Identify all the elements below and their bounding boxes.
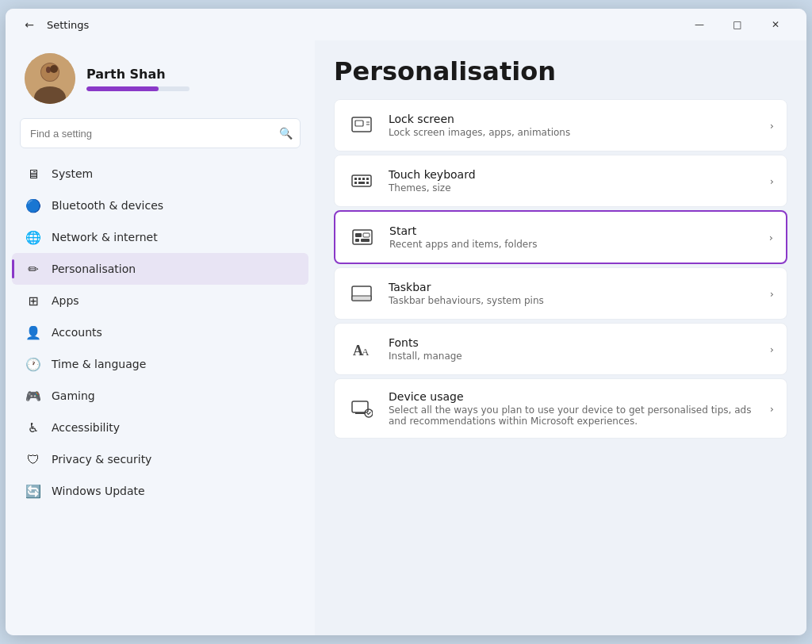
touch-keyboard-title: Touch keyboard: [389, 168, 757, 181]
sidebar-item-label: Gaming: [52, 389, 95, 402]
touch-keyboard-icon: [347, 167, 376, 195]
update-icon: 🔄: [25, 482, 42, 500]
maximize-button[interactable]: □: [719, 12, 756, 37]
sidebar-item-apps[interactable]: ⊞ Apps: [12, 285, 308, 316]
lock-screen-icon: [347, 111, 376, 140]
sidebar-item-time[interactable]: 🕐 Time & language: [12, 348, 308, 380]
taskbar-chevron: ›: [770, 288, 774, 300]
user-progress-bar: [86, 86, 190, 91]
svg-rect-17: [366, 182, 369, 184]
page-title: Personalisation: [334, 40, 787, 99]
sidebar-item-label: Windows Update: [52, 485, 145, 497]
svg-rect-22: [363, 233, 370, 237]
svg-rect-14: [366, 178, 369, 180]
svg-rect-21: [361, 239, 370, 242]
start-chevron: ›: [769, 232, 773, 243]
bluetooth-icon: 🔵: [25, 197, 42, 214]
svg-rect-29: [355, 412, 365, 414]
start-icon: [348, 223, 377, 251]
touch-keyboard-desc: Themes, size: [389, 182, 757, 194]
user-progress-fill: [86, 86, 159, 91]
setting-item-start[interactable]: Start Recent apps and items, folders ›: [334, 210, 787, 264]
sidebar-item-label: Accounts: [52, 326, 102, 339]
fonts-text: Fonts Install, manage: [389, 336, 757, 362]
privacy-icon: 🛡: [25, 450, 42, 468]
sidebar-item-personalisation[interactable]: ✏️ Personalisation: [12, 253, 308, 285]
sidebar-item-network[interactable]: 🌐 Network & internet: [12, 221, 308, 253]
setting-item-device-usage[interactable]: Device usage Select all the ways you pla…: [334, 378, 787, 439]
window-controls: — □ ✕: [681, 12, 794, 37]
svg-rect-20: [355, 239, 359, 242]
lock-screen-text: Lock screen Lock screen images, apps, an…: [389, 113, 757, 138]
personalisation-icon: ✏️: [25, 260, 42, 278]
search-input[interactable]: [20, 118, 301, 148]
device-usage-chevron: ›: [770, 403, 774, 415]
system-icon: 🖥: [25, 165, 42, 182]
setting-item-taskbar[interactable]: Taskbar Taskbar behaviours, system pins …: [334, 267, 787, 320]
svg-rect-13: [362, 178, 365, 180]
sidebar-item-label: Bluetooth & devices: [52, 199, 163, 212]
svg-rect-19: [355, 233, 362, 237]
sidebar-item-label: Network & internet: [52, 231, 158, 243]
sidebar-item-label: Personalisation: [52, 263, 136, 275]
setting-item-touch-keyboard[interactable]: Touch keyboard Themes, size ›: [334, 155, 787, 207]
svg-rect-7: [355, 121, 363, 126]
lock-screen-desc: Lock screen images, apps, animations: [389, 127, 757, 138]
titlebar: ← Settings — □ ✕: [6, 9, 806, 40]
sidebar: Parth Shah 🔍 🖥 System 🔵 B: [6, 40, 315, 635]
settings-list: Lock screen Lock screen images, apps, an…: [334, 99, 787, 439]
svg-rect-10: [352, 175, 371, 186]
svg-rect-15: [354, 182, 357, 184]
svg-point-4: [46, 67, 51, 73]
sidebar-item-gaming[interactable]: 🎮 Gaming: [12, 380, 308, 412]
gaming-icon: 🎮: [25, 387, 42, 404]
accessibility-icon: ♿: [25, 419, 42, 436]
svg-rect-24: [352, 296, 371, 301]
start-text: Start Recent apps and items, folders: [389, 224, 756, 250]
avatar: [25, 53, 75, 104]
sidebar-item-privacy[interactable]: 🛡 Privacy & security: [12, 443, 308, 475]
sidebar-item-label: Apps: [52, 294, 79, 307]
sidebar-item-system[interactable]: 🖥 System: [12, 158, 308, 190]
setting-item-lock-screen[interactable]: Lock screen Lock screen images, apps, an…: [334, 99, 787, 151]
time-icon: 🕐: [25, 355, 42, 373]
start-title: Start: [389, 224, 756, 237]
sidebar-item-accessibility[interactable]: ♿ Accessibility: [12, 412, 308, 443]
device-usage-text: Device usage Select all the ways you pla…: [389, 390, 757, 427]
settings-window: ← Settings — □ ✕: [6, 9, 806, 635]
close-button[interactable]: ✕: [757, 12, 794, 37]
apps-icon: ⊞: [25, 292, 42, 309]
sidebar-item-accounts[interactable]: 👤 Accounts: [12, 316, 308, 348]
window-title: Settings: [47, 19, 681, 31]
search-box: 🔍: [20, 118, 301, 148]
main-panel: Personalisation Lock screen Lo: [315, 40, 806, 635]
sidebar-item-bluetooth[interactable]: 🔵 Bluetooth & devices: [12, 190, 308, 221]
taskbar-desc: Taskbar behaviours, system pins: [389, 295, 757, 306]
taskbar-text: Taskbar Taskbar behaviours, system pins: [389, 281, 757, 306]
touch-keyboard-text: Touch keyboard Themes, size: [389, 168, 757, 194]
nav-list: 🖥 System 🔵 Bluetooth & devices 🌐 Network…: [6, 158, 315, 507]
minimize-button[interactable]: —: [681, 12, 718, 37]
user-section: Parth Shah: [6, 40, 315, 118]
back-button[interactable]: ←: [18, 13, 40, 36]
taskbar-icon: [347, 279, 376, 308]
lock-screen-title: Lock screen: [389, 113, 757, 125]
fonts-desc: Install, manage: [389, 351, 757, 362]
sidebar-item-update[interactable]: 🔄 Windows Update: [12, 475, 308, 507]
svg-point-30: [365, 409, 373, 417]
user-info: Parth Shah: [86, 67, 190, 91]
device-usage-title: Device usage: [389, 390, 757, 403]
device-usage-desc: Select all the ways you plan to use your…: [389, 404, 757, 427]
lock-screen-chevron: ›: [770, 120, 774, 132]
start-desc: Recent apps and items, folders: [389, 239, 756, 250]
touch-keyboard-chevron: ›: [770, 175, 774, 187]
fonts-icon: A A: [347, 335, 376, 363]
setting-item-fonts[interactable]: A A Fonts Install, manage ›: [334, 323, 787, 375]
sidebar-item-label: Time & language: [52, 358, 146, 370]
sidebar-item-label: Accessibility: [52, 421, 120, 434]
sidebar-item-label: Privacy & security: [52, 453, 151, 466]
fonts-title: Fonts: [389, 336, 757, 349]
network-icon: 🌐: [25, 228, 42, 246]
device-usage-icon: [347, 394, 376, 423]
taskbar-title: Taskbar: [389, 281, 757, 293]
